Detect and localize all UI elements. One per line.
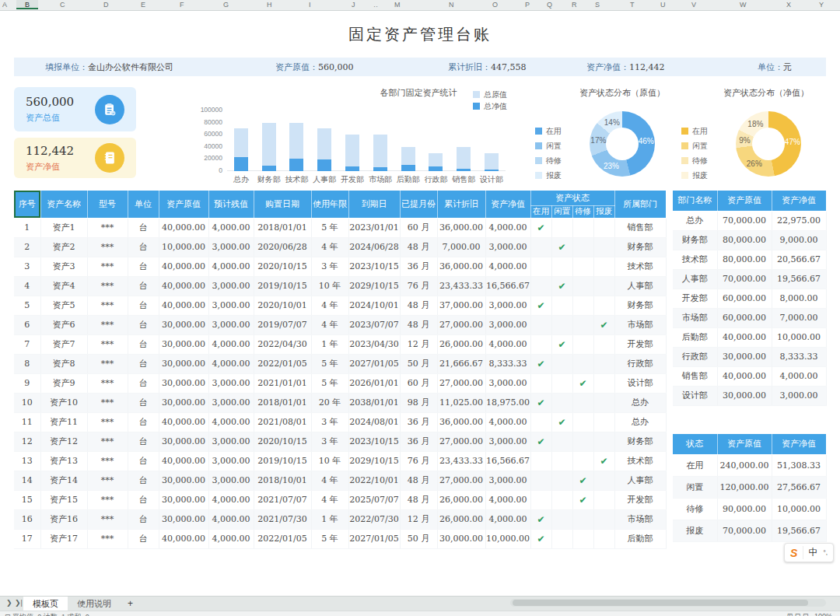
column-header-H[interactable]: H [267,0,272,9]
cell[interactable]: 3,000.00 [208,373,254,393]
cell[interactable]: 台 [128,257,159,276]
cell[interactable]: 40,000.00 [159,218,208,237]
cell[interactable]: 3 年 [311,412,348,432]
status-cell-待修[interactable] [572,393,593,412]
bar-后勤部[interactable]: 后勤部 [394,110,422,171]
cell[interactable]: 30,000.00 [717,386,772,405]
cell-department[interactable]: 总办 [614,393,666,412]
sheet-tab-instructions[interactable]: 使用说明 [68,597,121,611]
col-header-6[interactable]: 预计残值 [208,191,254,218]
status-summary-table[interactable]: 状态资产原值资产净值在用240,000.0051,308.33闲置120,000… [673,434,827,542]
legend-待修[interactable]: 待修 [681,153,708,168]
cell[interactable]: 40,000.00 [159,529,208,548]
cell[interactable]: 4,000.00 [208,412,254,432]
column-header-I[interactable]: I [309,0,311,9]
col-header-3[interactable]: 型号 [87,191,128,218]
column-header-A[interactable]: A [2,0,7,9]
cell[interactable]: *** [87,257,128,276]
status-cell-在用[interactable] [530,451,551,471]
cell[interactable]: 3,000.00 [485,237,530,257]
cell[interactable]: 3,000.00 [208,471,254,490]
cell[interactable]: 4,000.00 [485,412,530,432]
cell[interactable]: 3,000.00 [208,451,254,471]
department-summary-table[interactable]: 部门名称资产原值资产净值总办70,000.0022,975.00财务部80,00… [673,191,827,406]
cell-department[interactable]: 技术部 [614,257,666,276]
column-header-B[interactable]: B [16,0,38,9]
cell[interactable]: 3,000.00 [208,432,254,451]
status-cell-待修[interactable] [572,432,593,451]
cell[interactable]: 4,000.00 [208,218,254,237]
column-header-X[interactable]: X [786,0,791,9]
cell[interactable]: 21,666.67 [437,354,485,373]
cell[interactable]: 2023/07/07 [348,315,400,334]
status-cell-报废[interactable] [593,218,614,237]
cell[interactable]: 销售部 [673,366,717,386]
cell[interactable]: 2020/10/01 [254,296,311,315]
cell[interactable]: 1 年 [311,509,348,529]
cell[interactable]: 2023/01/01 [348,218,400,237]
legend-original-value[interactable]: 总原值 [473,89,507,100]
cell[interactable]: 36,000.00 [437,412,485,432]
cell[interactable]: 48 月 [400,315,437,334]
cell[interactable]: 40,000.00 [159,257,208,276]
status-cell-闲置[interactable] [551,509,572,529]
add-sheet-button[interactable]: + [121,597,140,611]
cell[interactable]: 16,566.67 [485,276,530,296]
status-cell-待修[interactable] [572,412,593,432]
column-header-bar[interactable]: ABCDEFGHIJ‥MNOPQRSTUVWXY [0,0,840,11]
column-header-O[interactable]: O [492,0,498,9]
cell[interactable]: 资产16 [40,509,87,529]
cell[interactable]: 在用 [673,454,717,476]
cell[interactable]: 1 年 [311,334,348,354]
column-header-D[interactable]: D [103,0,109,9]
cell[interactable]: 5 年 [311,218,348,237]
legend-闲置[interactable]: 闲置 [681,138,708,153]
cell[interactable]: 98 月 [400,393,437,412]
cell[interactable]: 6 [14,315,40,334]
col-header-12[interactable]: 资产净值 [485,191,530,218]
status-cell-报废[interactable] [593,393,614,412]
cell[interactable]: 2019/10/15 [254,276,311,296]
cell[interactable]: 8,333.33 [485,354,530,373]
cell[interactable]: 30,000.00 [159,334,208,354]
cell[interactable]: 资产10 [40,393,87,412]
cell-department[interactable]: 行政部 [614,354,666,373]
cell[interactable]: 台 [128,237,159,257]
cell[interactable]: *** [87,296,128,315]
legend-闲置[interactable]: 闲置 [535,138,562,153]
cell[interactable]: 资产2 [40,237,87,257]
bar-总办[interactable]: 总办 [227,110,255,171]
cell[interactable]: 36 月 [400,257,437,276]
cell[interactable]: 12 月 [400,509,437,529]
status-cell-待修[interactable] [572,257,593,276]
cell[interactable]: 资产9 [40,373,87,393]
cell[interactable]: 台 [128,315,159,334]
status-cell-闲置[interactable] [551,373,572,393]
cell[interactable]: 48 月 [400,237,437,257]
cell[interactable]: 8,000.00 [772,289,826,308]
cell[interactable]: 2018/01/01 [254,218,311,237]
bar-销售部[interactable]: 销售部 [450,110,478,171]
cell[interactable]: 2021/07/30 [254,509,311,529]
cell[interactable]: 3 年 [311,257,348,276]
cell[interactable]: 4,000.00 [485,334,530,354]
cell[interactable]: 人事部 [673,269,717,289]
cell[interactable]: 4,000.00 [208,509,254,529]
cell[interactable]: 14 [14,471,40,490]
status-cell-闲置[interactable] [551,451,572,471]
status-cell-待修[interactable] [572,237,593,257]
cell[interactable]: 4,000.00 [208,529,254,548]
cell[interactable]: 7,000.00 [772,308,826,327]
ime-punctuation-toggle[interactable]: °, [823,549,827,556]
cell[interactable]: 36,000.00 [437,218,485,237]
dept-bar-chart[interactable]: 各部门固定资产统计 总原值 总净值 0200004000060000800001… [201,86,509,188]
status-cell-闲置[interactable] [551,471,572,490]
cell[interactable]: 20 年 [311,393,348,412]
bar-开发部[interactable]: 开发部 [338,110,366,171]
status-cell-报废[interactable] [593,257,614,276]
col-header-department[interactable]: 所属部门 [614,191,666,218]
col-header-7[interactable]: 购置日期 [254,191,311,218]
cell[interactable]: 财务部 [673,230,717,250]
cell[interactable]: 市场部 [673,308,717,327]
cell[interactable]: 5 年 [311,373,348,393]
